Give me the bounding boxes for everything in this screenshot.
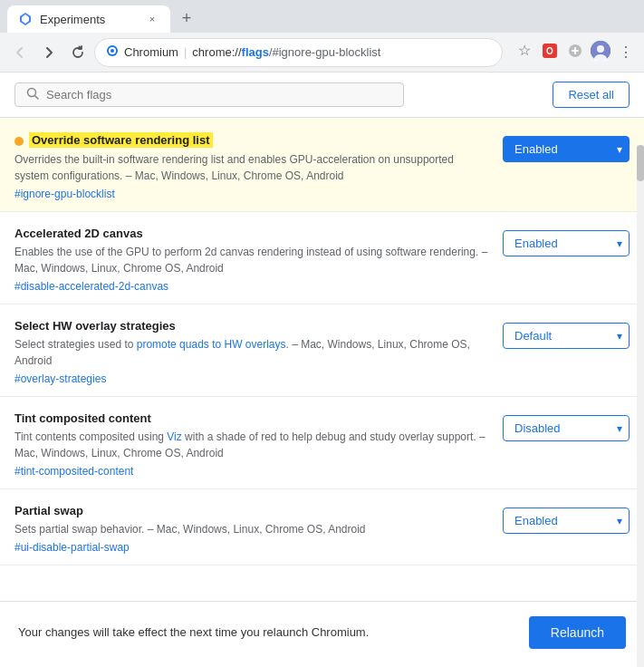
- flag-link-2[interactable]: #overlay-strategies: [14, 372, 488, 385]
- content-wrapper: Reset all Override software rendering li…: [0, 72, 644, 667]
- flag-title-1: Accelerated 2D canvas: [14, 227, 488, 240]
- chrome-menu-button[interactable]: ⋮: [615, 40, 637, 65]
- flag-desc-blue-2: promote quads to HW overlays: [137, 338, 286, 351]
- new-tab-button[interactable]: +: [174, 5, 199, 31]
- flag-desc-blue-3: Viz: [167, 430, 181, 443]
- highlight-dot-0: [14, 137, 24, 146]
- flag-select-wrap-3: Default Enabled Disabled: [503, 415, 630, 441]
- flag-item-ignore-gpu-blocklist: Override software rendering list Overrid…: [0, 118, 644, 212]
- user-avatar: [591, 41, 610, 61]
- search-icon: [26, 87, 39, 102]
- flag-select-3[interactable]: Default Enabled Disabled: [503, 415, 630, 441]
- address-actions: ☆ O ⋮: [514, 40, 637, 65]
- flag-link-3[interactable]: #tint-composited-content: [14, 465, 488, 478]
- flag-select-0[interactable]: Default Enabled Disabled: [503, 136, 630, 162]
- tab-bar: Experiments × +: [0, 0, 644, 33]
- flag-content-0: Override software rendering list Overrid…: [14, 132, 488, 200]
- extension-icon-2[interactable]: [564, 40, 586, 62]
- flag-control-0: Default Enabled Disabled: [503, 136, 630, 162]
- browser-frame: Experiments × + Chromium | chrome://flag…: [0, 0, 644, 667]
- address-divider: |: [184, 45, 187, 59]
- page-content: Reset all Override software rendering li…: [0, 72, 644, 667]
- svg-point-4: [111, 49, 114, 53]
- flag-title-0: Override software rendering list: [14, 132, 488, 148]
- flag-title-4: Partial swap: [14, 504, 488, 517]
- flag-select-wrap-0: Default Enabled Disabled: [503, 136, 630, 162]
- flags-list: Override software rendering list Overrid…: [0, 118, 644, 601]
- extension-icon-1[interactable]: O: [539, 40, 561, 62]
- flag-description-1: Enables the use of the GPU to perform 2d…: [14, 244, 488, 276]
- forward-button[interactable]: [36, 40, 62, 65]
- flag-item-partial-swap: Partial swap Sets partial swap behavior.…: [0, 489, 644, 566]
- flag-title-3: Tint composited content: [14, 411, 488, 425]
- search-bar-row: Reset all: [0, 72, 644, 118]
- flag-control-3: Default Enabled Disabled: [503, 415, 630, 441]
- flag-title-2: Select HW overlay strategies: [14, 319, 488, 333]
- reload-button[interactable]: [65, 40, 91, 65]
- flag-item-tint-composited-content: Tint composited content Tint contents co…: [0, 397, 644, 489]
- svg-text:O: O: [546, 46, 553, 56]
- flag-link-1[interactable]: #disable-accelerated-2d-canvas: [14, 280, 488, 293]
- flag-control-4: Default Enabled Disabled: [503, 508, 630, 534]
- flag-link-4[interactable]: #ui-disable-partial-swap: [14, 541, 488, 554]
- back-button[interactable]: [7, 40, 33, 65]
- flag-content-1: Accelerated 2D canvas Enables the use of…: [14, 227, 488, 293]
- flag-select-wrap-2: Default Enabled Disabled: [503, 323, 630, 349]
- avatar-button[interactable]: [590, 40, 611, 62]
- svg-line-11: [35, 96, 39, 100]
- flag-description-2: Select strategies used to promote quads …: [14, 336, 488, 369]
- address-url: chrome://flags/#ignore-gpu-blocklist: [192, 45, 380, 59]
- flag-select-wrap-1: Default Enabled Disabled: [503, 230, 630, 256]
- flag-select-1[interactable]: Default Enabled Disabled: [503, 230, 630, 256]
- reset-all-button[interactable]: Reset all: [553, 82, 630, 108]
- site-security-icon: [106, 44, 119, 60]
- relaunch-button[interactable]: Relaunch: [529, 616, 626, 649]
- flag-content-3: Tint composited content Tint contents co…: [14, 411, 488, 478]
- scrollbar-thumb[interactable]: [637, 145, 644, 181]
- flag-select-4[interactable]: Default Enabled Disabled: [503, 508, 630, 534]
- search-input-wrap: [14, 82, 404, 107]
- flag-description-3: Tint contents composited using Viz with …: [14, 429, 488, 461]
- relaunch-message: Your changes will take effect the next t…: [18, 625, 369, 639]
- tab-favicon: [18, 12, 33, 26]
- address-bar[interactable]: Chromium | chrome://flags/#ignore-gpu-bl…: [94, 38, 503, 67]
- flag-link-0[interactable]: #ignore-gpu-blocklist: [14, 188, 488, 200]
- flag-select-wrap-4: Default Enabled Disabled: [503, 508, 630, 534]
- flag-content-2: Select HW overlay strategies Select stra…: [14, 319, 488, 385]
- flag-item-accelerated-2d-canvas: Accelerated 2D canvas Enables the use of…: [0, 212, 644, 304]
- flag-control-1: Default Enabled Disabled: [503, 230, 630, 256]
- flag-control-2: Default Enabled Disabled: [503, 323, 630, 349]
- active-tab[interactable]: Experiments ×: [7, 5, 170, 33]
- flag-select-2[interactable]: Default Enabled Disabled: [503, 323, 630, 349]
- search-input[interactable]: [46, 88, 392, 102]
- flag-description-4: Sets partial swap behavior. – Mac, Windo…: [14, 521, 488, 537]
- flag-item-overlay-strategies: Select HW overlay strategies Select stra…: [0, 304, 644, 397]
- address-brand: Chromium: [124, 45, 178, 59]
- navigation-bar: Chromium | chrome://flags/#ignore-gpu-bl…: [0, 33, 644, 72]
- flag-description-0: Overrides the built-in software renderin…: [14, 151, 488, 184]
- tab-close-button[interactable]: ×: [145, 12, 159, 26]
- flag-content-4: Partial swap Sets partial swap behavior.…: [14, 504, 488, 554]
- svg-point-8: [597, 45, 604, 53]
- scrollbar[interactable]: [637, 145, 644, 667]
- tab-title: Experiments: [40, 13, 138, 26]
- bottom-bar: Your changes will take effect the next t…: [0, 601, 644, 662]
- bookmark-button[interactable]: ☆: [514, 40, 535, 62]
